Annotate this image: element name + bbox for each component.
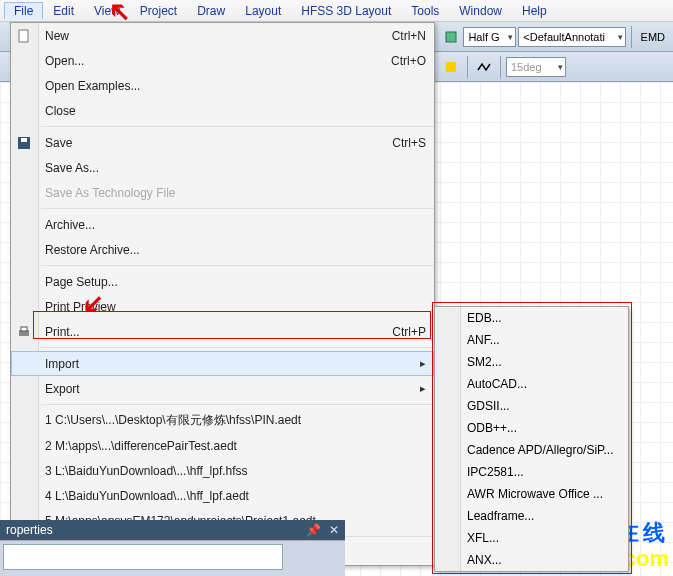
svg-rect-4	[21, 138, 27, 142]
menu-draw[interactable]: Draw	[187, 2, 235, 20]
pin-icon[interactable]: 📌	[306, 523, 321, 537]
close-icon[interactable]: ✕	[329, 523, 339, 537]
annotation-box-submenu	[432, 302, 632, 574]
file-open-examples[interactable]: Open Examples...	[11, 73, 434, 98]
save-icon	[16, 135, 32, 151]
properties-panel-header[interactable]: roperties 📌 ✕	[0, 520, 345, 540]
menubar: File Edit View Project Draw Layout HFSS …	[0, 0, 673, 22]
svg-rect-0	[446, 32, 456, 42]
toggle-wave-icon[interactable]	[473, 56, 495, 78]
file-restore-archive[interactable]: Restore Archive...	[11, 237, 434, 262]
btn-emd[interactable]: EMD	[637, 31, 669, 43]
menu-file[interactable]: File	[4, 2, 43, 19]
properties-tabs[interactable]	[3, 544, 283, 570]
file-page-setup[interactable]: Page Setup...	[11, 269, 434, 294]
file-mru-1[interactable]: 1 C:\Users\...\Desktop\有限元修炼\hfss\PIN.ae…	[11, 408, 434, 433]
combo-half-g[interactable]: Half G	[463, 27, 516, 47]
file-new[interactable]: NewCtrl+N	[11, 23, 434, 48]
file-close[interactable]: Close	[11, 98, 434, 123]
menu-project[interactable]: Project	[130, 2, 187, 20]
menu-edit[interactable]: Edit	[43, 2, 84, 20]
menu-help[interactable]: Help	[512, 2, 557, 20]
tool-icon-a[interactable]	[440, 26, 461, 48]
file-export[interactable]: Export	[11, 376, 434, 401]
svg-rect-2	[19, 30, 28, 42]
new-icon	[16, 28, 32, 44]
properties-title: roperties	[6, 523, 53, 537]
file-open[interactable]: Open...Ctrl+O	[11, 48, 434, 73]
file-save[interactable]: SaveCtrl+S	[11, 130, 434, 155]
menu-tools[interactable]: Tools	[401, 2, 449, 20]
svg-rect-1	[446, 62, 456, 72]
properties-panel-body	[0, 540, 345, 576]
combo-angle[interactable]: 15deg	[506, 57, 566, 77]
file-import[interactable]: Import	[11, 351, 434, 376]
menu-window[interactable]: Window	[449, 2, 512, 20]
file-menu-dropdown: NewCtrl+N Open...Ctrl+O Open Examples...…	[10, 22, 435, 566]
menu-hfss3dlayout[interactable]: HFSS 3D Layout	[291, 2, 401, 20]
file-mru-3[interactable]: 3 L:\BaiduYunDownload\...\hff_lpf.hfss	[11, 458, 434, 483]
file-mru-4[interactable]: 4 L:\BaiduYunDownload\...\hff_lpf.aedt	[11, 483, 434, 508]
toggle-fill-icon[interactable]	[440, 56, 462, 78]
file-save-as[interactable]: Save As...	[11, 155, 434, 180]
combo-annotation[interactable]: <DefaultAnnotati	[518, 27, 625, 47]
file-archive[interactable]: Archive...	[11, 212, 434, 237]
svg-rect-6	[21, 327, 27, 331]
print-icon	[16, 324, 32, 340]
file-mru-2[interactable]: 2 M:\apps\...\differencePairTest.aedt	[11, 433, 434, 458]
file-save-tech: Save As Technology File	[11, 180, 434, 205]
menu-layout[interactable]: Layout	[235, 2, 291, 20]
